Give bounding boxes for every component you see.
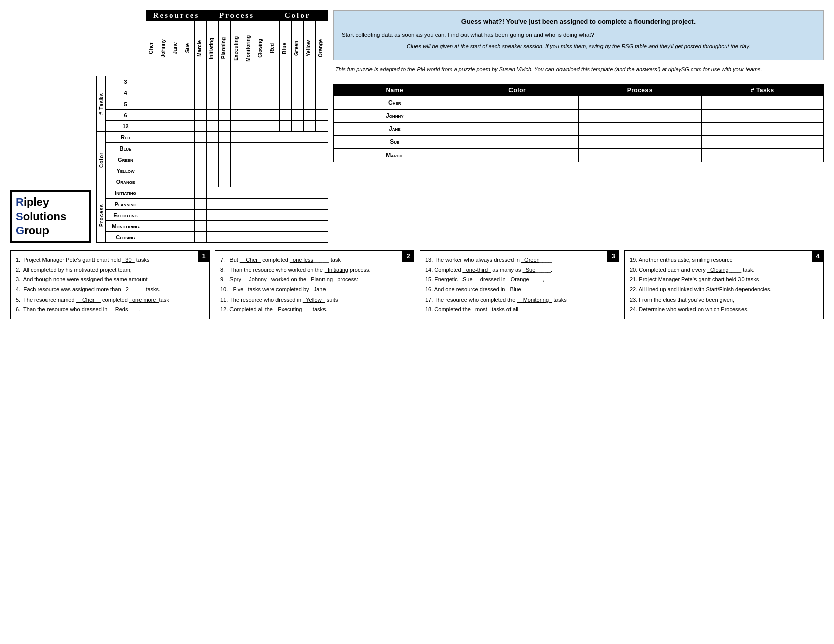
info-para2: Clues will be given at the start of each… [342, 42, 815, 51]
cell-3-green[interactable] [292, 76, 304, 87]
color-row-yellow: Yellow [97, 165, 328, 176]
color-row-green: Green [97, 154, 328, 165]
summary-color-sue[interactable] [456, 135, 579, 148]
col-monitoring: Monitoring [243, 21, 255, 76]
color-row-label-red: Red [106, 132, 146, 143]
top-section: Ripley Solutions Group Resources Process… [10, 10, 824, 243]
clue-badge-4: 4 [812, 250, 824, 262]
main-grid-container: Resources Process Color Cher Johnny Jane… [96, 10, 328, 243]
column-header-row: Cher Johnny Jane Sue Marcie Initiating P… [97, 21, 328, 76]
logo-box: Ripley Solutions Group [10, 190, 91, 243]
col-johnny: Johnny [158, 21, 170, 76]
col-yellow: Yellow [304, 21, 316, 76]
info-para1: Start collecting data as soon as you can… [342, 31, 815, 39]
process-header: Process [207, 11, 267, 21]
summary-process-cher[interactable] [579, 96, 702, 109]
cell-3-plan[interactable] [219, 76, 231, 87]
summary-color-marcie[interactable] [456, 148, 579, 162]
color-row-blue: Blue [97, 143, 328, 154]
color-row-label-green: Green [106, 154, 146, 165]
clue-4-4: 22. All lined up and linked with Start/F… [630, 285, 818, 294]
cell-3-red[interactable] [267, 76, 280, 87]
clue-4-1: 19. Another enthusiastic, smiling resour… [630, 255, 818, 265]
summary-row-jane: Jane [334, 122, 824, 135]
summary-process-sue[interactable] [579, 135, 702, 148]
cell-3-cher[interactable] [146, 76, 158, 87]
logo-group: roup [24, 224, 49, 237]
ripleySG-note: This fun puzzle is adapted to the PM wor… [333, 65, 824, 74]
summary-color-johnny[interactable] [456, 109, 579, 122]
cell-3-mon[interactable] [243, 76, 255, 87]
summary-row-marcie: Marcie [334, 148, 824, 162]
process-row-label-init: Initiating [106, 187, 146, 199]
cell-3-init[interactable] [207, 76, 219, 87]
col-jane: Jane [170, 21, 182, 76]
clue-4-3: 21. Project Manager Pete's gantt chart h… [630, 275, 818, 284]
clue-4-5: 23. From the clues that you've been give… [630, 295, 818, 305]
clue-3-1: 13. The worker who always dressed in _Gr… [425, 255, 614, 265]
summary-name-cher: Cher [334, 96, 456, 109]
clue-1-3: 3. And though none were assigned the sam… [16, 275, 204, 284]
clue-3-3: 15. Energetic _Sue__ dressed in _Orange_… [425, 275, 614, 284]
summary-row-sue: Sue [334, 135, 824, 148]
summary-tasks-jane[interactable] [701, 122, 824, 135]
process-row-closing: Closing [97, 232, 328, 243]
color-row-label-blue: Blue [106, 143, 146, 154]
process-row-executing: Executing [97, 210, 328, 221]
summary-process-jane[interactable] [579, 122, 702, 135]
col-blue: Blue [280, 21, 292, 76]
cell-3-johnny[interactable] [158, 76, 170, 87]
summary-process-johnny[interactable] [579, 109, 702, 122]
clue-1-6: 6. Than the resource who dressed in __Re… [16, 305, 204, 314]
process-row-initiating: Process Initiating [97, 187, 328, 199]
col-initiating: Initiating [207, 21, 219, 76]
summary-tasks-sue[interactable] [701, 135, 824, 148]
summary-tasks-marcie[interactable] [701, 148, 824, 162]
color-section-label: Color [97, 132, 106, 187]
cell-3-clos[interactable] [255, 76, 267, 87]
clue-1-2: 2. All completed by his motivated projec… [16, 265, 204, 275]
clue-3-2: 14. Completed _one-third_ as many as _Su… [425, 265, 614, 275]
summary-col-name: Name [334, 84, 456, 96]
clue-2-4: 10. _Five_ tasks were completed by _Jane… [220, 285, 409, 294]
clue-box-4: 4 19. Another enthusiastic, smiling reso… [624, 250, 824, 319]
color-row-orange: Orange [97, 176, 328, 187]
process-section-label: Process [97, 187, 106, 243]
col-green: Green [292, 21, 304, 76]
col-cher: Cher [146, 21, 158, 76]
clue-3-5: 17. The resource who completed the __Mon… [425, 295, 614, 305]
col-orange: Orange [316, 21, 328, 76]
cell-3-yellow[interactable] [304, 76, 316, 87]
tasks-row-12: 12 [97, 121, 328, 132]
summary-color-cher[interactable] [456, 96, 579, 109]
summary-tasks-cher[interactable] [701, 96, 824, 109]
clue-badge-3: 3 [607, 250, 619, 262]
clue-2-6: 12. Completed all the _Executing___ task… [220, 305, 409, 314]
clue-2-2: 8. Than the resource who worked on the _… [220, 265, 409, 275]
tasks-row-label-6: 6 [106, 110, 146, 121]
clue-4-2: 20. Completed each and every _Closing___… [630, 265, 818, 275]
summary-color-jane[interactable] [456, 122, 579, 135]
summary-tasks-johnny[interactable] [701, 109, 824, 122]
color-row-label-yellow: Yellow [106, 165, 146, 176]
tasks-row-3: # Tasks 3 [97, 76, 328, 87]
clue-1-5: 5. The resource named __Cher__ completed… [16, 295, 204, 305]
logo-r: R [16, 195, 24, 208]
summary-process-marcie[interactable] [579, 148, 702, 162]
guess-box: Guess what?! You've just been assigned t… [333, 10, 824, 60]
cell-3-orange[interactable] [316, 76, 328, 87]
process-row-label-plan: Planning [106, 199, 146, 210]
cell-3-exec[interactable] [231, 76, 243, 87]
cell-3-marcie[interactable] [195, 76, 207, 87]
clue-3-6: 18. Completed the _most_ tasks of all. [425, 305, 614, 314]
logo-ripley: ipley [24, 195, 49, 208]
section-header-row: Resources Process Color [97, 11, 328, 21]
summary-col-tasks: # Tasks [701, 84, 824, 96]
process-row-monitoring: Monitoring [97, 221, 328, 232]
cell-3-sue[interactable] [182, 76, 195, 87]
clue-2-1: 7. But __Cher_ completed _one less_____ … [220, 255, 409, 265]
clue-badge-1: 1 [198, 250, 210, 262]
cell-3-blue[interactable] [280, 76, 292, 87]
logo-line2: Solutions [16, 210, 85, 224]
cell-3-jane[interactable] [170, 76, 182, 87]
